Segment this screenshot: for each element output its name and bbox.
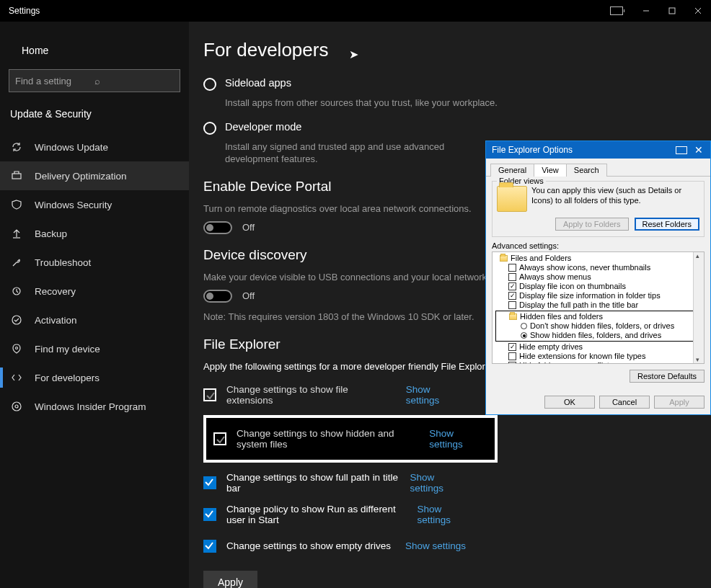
folder-icon (500, 255, 508, 262)
apply-button[interactable]: Apply (203, 571, 257, 588)
device-portal-toggle[interactable] (203, 221, 232, 234)
home-label: Home (22, 45, 48, 56)
discovery-toggle[interactable] (203, 290, 232, 303)
nav-insider[interactable]: Windows Insider Program (0, 392, 189, 421)
dialog-title: File Explorer Options (492, 145, 573, 155)
recovery-icon (10, 285, 23, 297)
advanced-settings-label: Advanced settings: (492, 241, 705, 250)
checkbox[interactable]: ✓ (508, 292, 516, 300)
close-icon[interactable]: ✕ (692, 144, 706, 156)
svg-rect-4 (12, 174, 21, 179)
radio-icon (203, 78, 216, 91)
nav-for-developers[interactable]: For developers (0, 363, 189, 392)
svg-point-9 (12, 402, 21, 411)
minimize-button[interactable] (633, 0, 659, 22)
check-circle-icon (10, 314, 23, 326)
scrollbar[interactable] (693, 252, 704, 363)
folder-views-group: Folder views You can apply this view (su… (492, 181, 705, 237)
checkbox[interactable] (508, 352, 516, 360)
radio-sideload-desc: Install apps from other sources that you… (225, 97, 499, 110)
nav-backup[interactable]: Backup (0, 219, 189, 248)
discovery-state: Off (242, 290, 255, 301)
home-nav[interactable]: Home (0, 36, 189, 65)
nav-recovery[interactable]: Recovery (0, 277, 189, 306)
close-button[interactable] (685, 0, 711, 22)
nav-delivery-optimization[interactable]: Delivery Optimization (0, 161, 189, 190)
checkbox[interactable] (508, 273, 516, 281)
show-settings-link[interactable]: Show settings (405, 540, 466, 551)
svg-point-8 (16, 347, 18, 349)
radio-developer-mode[interactable]: Developer mode (203, 121, 711, 135)
nav-troubleshoot[interactable]: Troubleshoot (0, 248, 189, 277)
backup-icon (10, 228, 23, 239)
tab-general[interactable]: General (490, 164, 534, 177)
radio[interactable] (521, 323, 527, 329)
nav-windows-update[interactable]: Windows Update (0, 133, 189, 161)
folder-icon (509, 313, 517, 320)
checkbox[interactable] (203, 540, 216, 553)
advanced-settings-tree[interactable]: Files and Folders Always show icons, nev… (492, 251, 705, 364)
search-icon: ⌕ (94, 76, 174, 86)
maximize-button[interactable] (659, 0, 685, 22)
cursor-icon: ➤ (349, 48, 358, 61)
tab-search[interactable]: Search (566, 164, 607, 177)
dialog-tabs: General View Search (486, 159, 710, 177)
radio[interactable] (521, 332, 527, 339)
checkbox[interactable] (203, 476, 216, 489)
titlebar: Settings (0, 0, 711, 22)
checkbox[interactable]: ✓ (508, 343, 516, 351)
fe-row-fullpath: Change settings to show full path in tit… (203, 467, 711, 499)
file-explorer-options-dialog: File Explorer Options ✕ General View Sea… (485, 141, 711, 415)
delivery-icon (10, 170, 23, 182)
show-settings-link[interactable]: Show settings (417, 504, 466, 525)
category-label: Update & Security (0, 105, 189, 133)
nav-activation[interactable]: Activation (0, 306, 189, 334)
sidebar: Home Find a setting ⌕ Update & Security … (0, 22, 189, 588)
show-settings-link[interactable]: Show settings (410, 472, 466, 494)
folder-views-text: You can apply this view (such as Details… (531, 186, 699, 212)
search-input[interactable]: Find a setting ⌕ (9, 69, 180, 92)
svg-point-10 (15, 405, 18, 408)
svg-point-7 (12, 316, 21, 324)
dialog-apply-button: Apply (654, 396, 705, 409)
fe-row-runas: Change policy to show Run as different u… (203, 499, 711, 530)
sync-icon (10, 141, 23, 153)
location-icon (10, 343, 23, 355)
folder-icon (497, 186, 527, 212)
device-portal-state: Off (242, 222, 255, 233)
window-title: Settings (9, 6, 40, 16)
show-settings-link[interactable]: Show settings (429, 428, 482, 450)
shield-icon (10, 199, 23, 210)
wrench-icon (10, 257, 23, 268)
dialog-titlebar: File Explorer Options ✕ (486, 141, 710, 159)
reset-folders-button[interactable]: Reset Folders (635, 218, 699, 231)
insider-icon (10, 401, 23, 412)
checkbox[interactable]: ✓ (508, 362, 516, 364)
checkbox[interactable] (508, 301, 516, 309)
tablet-mode-icon[interactable] (607, 0, 633, 22)
page-title: For developers (203, 39, 711, 61)
checkbox[interactable] (203, 388, 216, 401)
fe-row-hidden: Change settings to show hidden and syste… (209, 421, 492, 457)
radio-icon (203, 122, 216, 135)
checkbox[interactable]: ✓ (508, 282, 516, 290)
checkbox[interactable] (213, 432, 226, 445)
show-settings-link[interactable]: Show settings (406, 384, 466, 406)
cancel-button[interactable]: Cancel (599, 396, 650, 409)
checkbox[interactable] (203, 508, 216, 521)
radio-developer-desc: Install any signed and trusted app and u… (225, 141, 499, 166)
tablet-mode-icon[interactable] (676, 146, 687, 154)
checkbox[interactable] (508, 264, 516, 272)
apply-to-folders-button: Apply to Folders (555, 218, 628, 231)
nav-windows-security[interactable]: Windows Security (0, 190, 189, 219)
ok-button[interactable]: OK (544, 396, 595, 409)
radio-sideload[interactable]: Sideload apps (203, 77, 711, 91)
tab-view[interactable]: View (534, 164, 567, 177)
search-placeholder: Find a setting (15, 76, 94, 86)
svg-rect-1 (669, 8, 675, 14)
dev-icon (10, 372, 23, 383)
restore-defaults-button[interactable]: Restore Defaults (630, 370, 705, 383)
nav-find-my-device[interactable]: Find my device (0, 334, 189, 363)
highlighted-row: Change settings to show hidden and syste… (203, 415, 498, 463)
fe-row-empty: Change settings to show empty drives Sho… (203, 530, 711, 562)
